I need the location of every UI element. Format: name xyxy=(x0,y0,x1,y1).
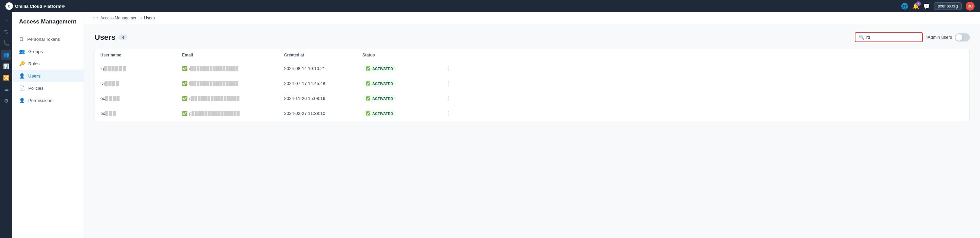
username-cell-2: oc████ xyxy=(100,96,182,101)
globe-icon-btn[interactable]: 🌐 xyxy=(901,3,908,10)
users-controls: 🔍 ✕ Admin users xyxy=(855,32,970,42)
sidebar-label-policies: Policies xyxy=(28,86,43,91)
breadcrumb: ⌂ › Access Management › Users xyxy=(84,12,980,24)
chat-btn[interactable]: 💬 xyxy=(923,3,930,10)
search-box: 🔍 ✕ xyxy=(855,32,923,42)
top-nav-right: 🌐 🔔 3 💬 pxenos.org OD xyxy=(901,2,975,11)
nav-flow-btn[interactable]: 🔀 xyxy=(1,73,11,83)
sidebar-item-permissions[interactable]: 👤 Permissions xyxy=(12,94,84,106)
users-count: 4 xyxy=(119,34,127,40)
policies-icon: 📄 xyxy=(19,85,25,91)
col-header-created: Created at xyxy=(284,53,363,57)
admin-toggle-group: Admin users xyxy=(928,33,970,41)
sidebar-label-permissions: Permissions xyxy=(28,98,52,103)
col-header-username: User name xyxy=(100,53,182,57)
username-cell-1: lvi████ xyxy=(100,81,182,86)
nav-users-btn[interactable]: 👥 xyxy=(1,50,11,60)
col-header-status: Status xyxy=(363,53,430,57)
side-nav-items: 🗒 Personal Tokens 👥 Groups 🔑 Roles 👤 Use… xyxy=(12,30,84,109)
users-icon: 👤 xyxy=(19,73,25,79)
search-icon: 🔍 xyxy=(859,35,864,40)
nav-phone-btn[interactable]: 📞 xyxy=(1,38,11,48)
status-badge-3: ✅ ACTIVATED xyxy=(363,110,396,117)
breadcrumb-home[interactable]: ⌂ xyxy=(92,16,95,21)
row-menu-0[interactable]: ⋮ xyxy=(430,65,451,72)
sidebar-item-personal-tokens[interactable]: 🗒 Personal Tokens xyxy=(12,33,84,45)
status-icon-2: ✅ xyxy=(366,96,371,101)
row-menu-2[interactable]: ⋮ xyxy=(430,95,451,102)
status-cell-2: ✅ ACTIVATED xyxy=(363,95,430,102)
status-cell-1: ✅ ACTIVATED xyxy=(363,80,430,87)
verified-icon-0: ✅ xyxy=(182,66,188,71)
status-icon-0: ✅ xyxy=(366,66,371,71)
created-cell-1: 2024-07-17 14:45:48 xyxy=(284,81,363,86)
table-row: lvi████ ✅ l███████████████ 2024-07-17 14… xyxy=(95,76,969,91)
layout: ⌂ 🛡 📞 👥 📊 🔀 ☁ ⚙ Access Management 🗒 Pers… xyxy=(0,12,980,238)
table-header: User name Email Created at Status xyxy=(95,49,969,61)
users-header: Users 4 🔍 ✕ Admin users xyxy=(95,32,970,42)
page-content: Users 4 🔍 ✕ Admin users xyxy=(84,24,980,129)
status-cell-3: ✅ ACTIVATED xyxy=(363,110,430,117)
sidebar-item-users[interactable]: 👤 Users xyxy=(12,70,84,82)
status-cell-0: ✅ ACTIVATED xyxy=(363,65,430,72)
sidebar-label-personal-tokens: Personal Tokens xyxy=(27,37,60,42)
toggle-knob xyxy=(956,34,962,41)
col-header-email: Email xyxy=(182,53,284,57)
logo-initials: O xyxy=(8,5,11,8)
breadcrumb-sep-1: › xyxy=(97,16,98,21)
row-menu-1[interactable]: ⋮ xyxy=(430,80,451,87)
sidebar-item-policies[interactable]: 📄 Policies xyxy=(12,82,84,94)
email-cell-0: ✅ i███████████████ xyxy=(182,66,284,71)
email-cell-1: ✅ l███████████████ xyxy=(182,81,284,86)
side-nav-header: Access Management xyxy=(12,12,84,30)
nav-chart-btn[interactable]: 📊 xyxy=(1,61,11,71)
breadcrumb-access-mgmt[interactable]: Access Management xyxy=(100,16,138,21)
col-header-actions xyxy=(430,53,451,57)
status-badge-2: ✅ ACTIVATED xyxy=(363,95,396,102)
email-cell-3: ✅ p███████████████ xyxy=(182,111,284,116)
nav-shield-btn[interactable]: 🛡 xyxy=(1,27,11,37)
admin-toggle-switch[interactable] xyxy=(955,33,970,41)
logo: O xyxy=(5,2,13,10)
notification-badge: 3 xyxy=(916,2,921,6)
created-cell-0: 2024-08-14 10:10:21 xyxy=(284,66,363,71)
personal-tokens-icon: 🗒 xyxy=(19,36,24,42)
side-nav-title: Access Management xyxy=(19,18,77,25)
status-icon-1: ✅ xyxy=(366,81,371,86)
sidebar-label-groups: Groups xyxy=(28,49,43,54)
users-table: User name Email Created at Status ig████… xyxy=(95,49,970,121)
side-nav: Access Management 🗒 Personal Tokens 👥 Gr… xyxy=(12,12,84,238)
verified-icon-1: ✅ xyxy=(182,81,188,86)
sidebar-label-roles: Roles xyxy=(28,61,40,66)
table-row: ig██████ ✅ i███████████████ 2024-08-14 1… xyxy=(95,61,969,76)
created-cell-2: 2024-11-26 15:08:16 xyxy=(284,96,363,101)
table-row: px███ ✅ p███████████████ 2024-02-27 11:3… xyxy=(95,106,969,121)
org-selector[interactable]: pxenos.org xyxy=(934,2,962,10)
users-title: Users 4 xyxy=(95,33,127,42)
groups-icon: 👥 xyxy=(19,49,25,54)
search-input[interactable] xyxy=(866,35,924,40)
avatar[interactable]: OD xyxy=(966,2,975,11)
username-cell-3: px███ xyxy=(100,111,182,116)
permissions-icon: 👤 xyxy=(19,98,25,103)
nav-cloud-btn[interactable]: ☁ xyxy=(1,84,11,95)
admin-toggle-label: Admin users xyxy=(928,35,952,40)
sidebar-label-users: Users xyxy=(28,73,40,79)
row-menu-3[interactable]: ⋮ xyxy=(430,110,451,117)
status-badge-0: ✅ ACTIVATED xyxy=(363,65,396,72)
verified-icon-2: ✅ xyxy=(182,96,188,101)
sidebar-item-roles[interactable]: 🔑 Roles xyxy=(12,57,84,70)
username-cell-0: ig██████ xyxy=(100,66,182,71)
main-content: ⌂ › Access Management › Users Users 4 🔍 … xyxy=(84,12,980,238)
breadcrumb-current: Users xyxy=(144,16,154,21)
nav-gear-btn[interactable]: ⚙ xyxy=(1,96,11,106)
sidebar-icons: ⌂ 🛡 📞 👥 📊 🔀 ☁ ⚙ xyxy=(0,12,12,238)
email-cell-2: ✅ c███████████████ xyxy=(182,96,284,101)
status-icon-3: ✅ xyxy=(366,111,371,116)
brand-name: Omilia Cloud Platform® xyxy=(15,4,65,9)
sidebar-item-groups[interactable]: 👥 Groups xyxy=(12,45,84,57)
notifications-btn[interactable]: 🔔 3 xyxy=(912,3,919,10)
status-badge-1: ✅ ACTIVATED xyxy=(363,80,396,87)
brand: O Omilia Cloud Platform® xyxy=(5,2,65,10)
nav-home-btn[interactable]: ⌂ xyxy=(1,15,11,25)
